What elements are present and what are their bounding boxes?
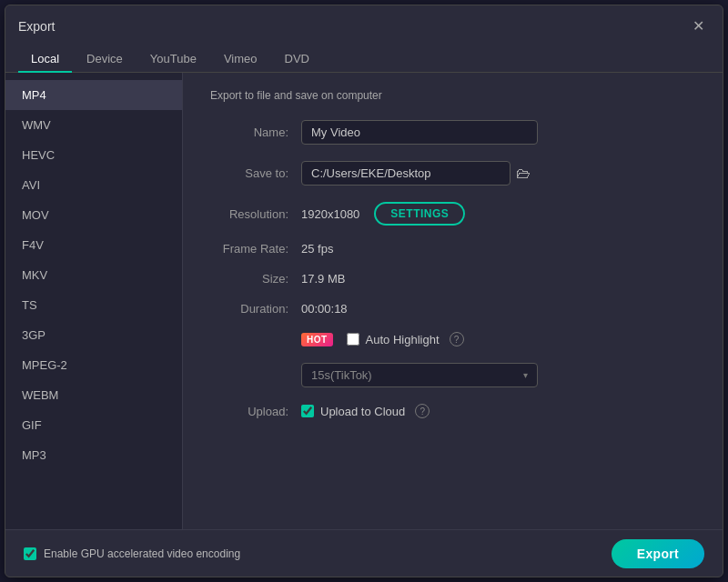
upload-row: Upload: Upload to Cloud ? bbox=[210, 404, 695, 418]
chevron-down-icon: ▾ bbox=[523, 370, 528, 380]
tiktok-dropdown-row: 15s(TikTok) ▾ bbox=[210, 363, 695, 387]
name-input[interactable] bbox=[301, 120, 538, 145]
hot-badge: HOT bbox=[301, 333, 333, 346]
sidebar-item-mp3[interactable]: MP3 bbox=[5, 440, 182, 470]
tiktok-dropdown[interactable]: 15s(TikTok) ▾ bbox=[301, 363, 538, 387]
auto-highlight-checkbox-row: HOT Auto Highlight ? bbox=[301, 332, 464, 346]
gpu-encoding-label[interactable]: Enable GPU accelerated video encoding bbox=[44, 547, 240, 560]
tiktok-dropdown-value: 15s(TikTok) bbox=[311, 368, 372, 382]
duration-row: Duration: 00:00:18 bbox=[210, 302, 695, 316]
upload-checkbox-row: Upload to Cloud ? bbox=[301, 404, 430, 418]
content-area: MP4 WMV HEVC AVI MOV F4V MKV TS 3GP MPEG… bbox=[5, 73, 723, 529]
auto-highlight-help-icon[interactable]: ? bbox=[450, 332, 464, 346]
main-form: Export to file and save on computer Name… bbox=[183, 73, 723, 529]
upload-to-cloud-label[interactable]: Upload to Cloud bbox=[320, 405, 405, 418]
upload-label: Upload: bbox=[210, 405, 301, 418]
duration-label: Duration: bbox=[210, 302, 301, 316]
sidebar-item-mp4[interactable]: MP4 bbox=[5, 80, 182, 110]
resolution-value-row: 1920x1080 SETTINGS bbox=[301, 202, 465, 226]
frame-rate-label: Frame Rate: bbox=[210, 242, 301, 256]
size-label: Size: bbox=[210, 272, 301, 286]
sidebar-item-ts[interactable]: TS bbox=[5, 290, 182, 320]
format-sidebar: MP4 WMV HEVC AVI MOV F4V MKV TS 3GP MPEG… bbox=[5, 73, 183, 529]
export-button[interactable]: Export bbox=[612, 539, 704, 568]
footer-left: Enable GPU accelerated video encoding bbox=[24, 547, 240, 560]
auto-highlight-label[interactable]: Auto Highlight bbox=[366, 333, 440, 346]
folder-icon[interactable]: 🗁 bbox=[516, 166, 531, 182]
save-to-label: Save to: bbox=[210, 166, 301, 180]
sidebar-item-gif[interactable]: GIF bbox=[5, 410, 182, 440]
section-title: Export to file and save on computer bbox=[210, 89, 695, 102]
sidebar-item-hevc[interactable]: HEVC bbox=[5, 140, 182, 170]
sidebar-item-mkv[interactable]: MKV bbox=[5, 260, 182, 290]
tab-device[interactable]: Device bbox=[74, 46, 136, 73]
resolution-label: Resolution: bbox=[210, 207, 301, 221]
upload-to-cloud-checkbox[interactable] bbox=[301, 405, 314, 417]
tab-local[interactable]: Local bbox=[18, 46, 72, 73]
tab-dvd[interactable]: DVD bbox=[272, 46, 322, 73]
save-to-row: Save to: 🗁 bbox=[210, 161, 695, 186]
title-bar: Export ✕ bbox=[5, 5, 723, 38]
size-value: 17.9 MB bbox=[301, 272, 345, 286]
tab-youtube[interactable]: YouTube bbox=[137, 46, 209, 73]
auto-highlight-checkbox[interactable] bbox=[347, 333, 359, 346]
gpu-encoding-checkbox[interactable] bbox=[24, 547, 36, 560]
footer: Enable GPU accelerated video encoding Ex… bbox=[5, 529, 723, 577]
resolution-row: Resolution: 1920x1080 SETTINGS bbox=[210, 202, 695, 226]
settings-button[interactable]: SETTINGS bbox=[374, 202, 465, 226]
tab-vimeo[interactable]: Vimeo bbox=[211, 46, 270, 73]
auto-highlight-row: HOT Auto Highlight ? bbox=[210, 332, 695, 346]
upload-help-icon[interactable]: ? bbox=[415, 404, 430, 418]
export-dialog: Export ✕ Local Device YouTube Vimeo DVD … bbox=[5, 5, 723, 577]
path-row: 🗁 bbox=[301, 161, 531, 186]
name-row: Name: bbox=[210, 120, 695, 145]
sidebar-item-3gp[interactable]: 3GP bbox=[5, 320, 182, 350]
duration-value: 00:00:18 bbox=[301, 302, 348, 316]
frame-rate-value: 25 fps bbox=[301, 242, 333, 256]
dialog-title: Export bbox=[18, 19, 55, 34]
sidebar-item-wmv[interactable]: WMV bbox=[5, 110, 182, 140]
save-path-input[interactable] bbox=[301, 161, 511, 186]
resolution-value: 1920x1080 bbox=[301, 207, 359, 221]
close-button[interactable]: ✕ bbox=[687, 17, 710, 35]
name-label: Name: bbox=[210, 125, 301, 139]
sidebar-item-avi[interactable]: AVI bbox=[5, 170, 182, 200]
sidebar-item-f4v[interactable]: F4V bbox=[5, 230, 182, 260]
sidebar-item-mpeg2[interactable]: MPEG-2 bbox=[5, 350, 182, 380]
tabs-bar: Local Device YouTube Vimeo DVD bbox=[5, 38, 723, 73]
size-row: Size: 17.9 MB bbox=[210, 272, 695, 286]
sidebar-item-mov[interactable]: MOV bbox=[5, 200, 182, 230]
sidebar-item-webm[interactable]: WEBM bbox=[5, 380, 182, 410]
frame-rate-row: Frame Rate: 25 fps bbox=[210, 242, 695, 256]
